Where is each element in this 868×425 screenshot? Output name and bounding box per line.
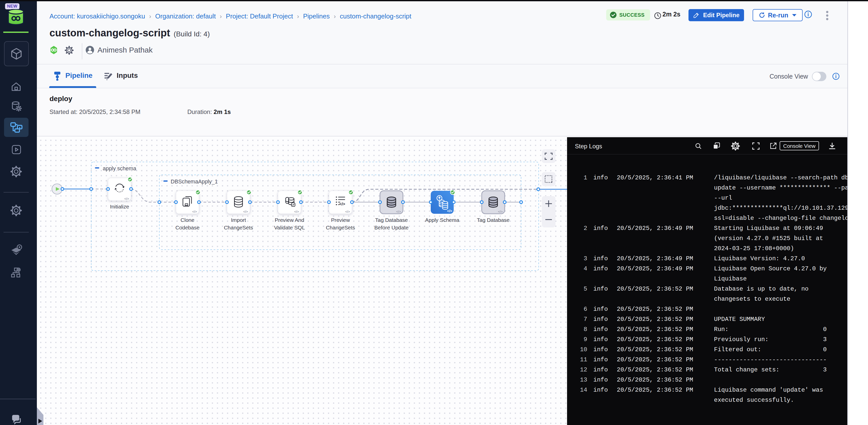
svg-text:Preview: Preview	[331, 217, 350, 223]
svg-text:Apply Schema: Apply Schema	[425, 217, 460, 223]
svg-text:Preview And: Preview And	[275, 217, 304, 223]
svg-text:Import: Import	[231, 217, 246, 223]
svg-text:Codebase: Codebase	[176, 225, 200, 230]
svg-text:Initialize: Initialize	[110, 204, 129, 209]
svg-text:Before Update: Before Update	[374, 225, 408, 230]
svg-text:Tag Database: Tag Database	[375, 217, 408, 223]
svg-text:</>: </>	[339, 202, 345, 206]
svg-text:DBSchemaApply_1: DBSchemaApply_1	[171, 179, 218, 185]
svg-text:</>: </>	[243, 210, 248, 214]
svg-text:?: ?	[14, 415, 18, 421]
svg-text:</>: </>	[294, 210, 299, 214]
svg-text:</>: </>	[124, 197, 129, 201]
svg-text:apply schema: apply schema	[103, 166, 136, 172]
svg-text:ChangeSets: ChangeSets	[224, 225, 253, 230]
svg-text:Tag Database: Tag Database	[477, 217, 510, 223]
svg-text:</>: </>	[345, 210, 350, 214]
svg-text:</>: </>	[447, 209, 452, 213]
svg-text:Clone: Clone	[181, 217, 194, 223]
svg-text:ChangeSets: ChangeSets	[326, 225, 355, 230]
svg-text:Validate SQL: Validate SQL	[274, 225, 305, 230]
svg-text:</>: </>	[498, 210, 503, 214]
svg-text:</>: </>	[396, 210, 401, 214]
svg-text:</>: </>	[192, 210, 197, 214]
